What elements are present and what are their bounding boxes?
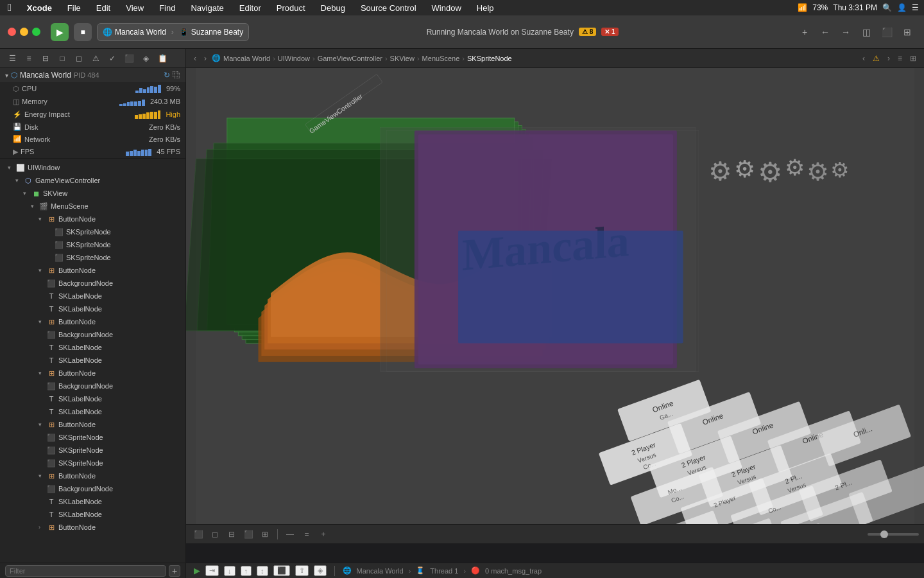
- debug-share[interactable]: ⇧: [295, 565, 309, 576]
- canvas-zoom-out[interactable]: —: [283, 527, 297, 541]
- menubar-navigate[interactable]: Navigate: [188, 2, 226, 14]
- nav-debug-button[interactable]: ⬛: [122, 51, 136, 66]
- menubar-editor[interactable]: Editor: [237, 2, 264, 14]
- tree-item-buttonnode-2[interactable]: ⊞ ButtonNode: [0, 264, 185, 277]
- nav-library-button[interactable]: ⊟: [38, 51, 53, 66]
- tree-item-sklabel-5[interactable]: T SKLabelNode: [0, 392, 185, 405]
- tree-item-sklabel-2[interactable]: T SKLabelNode: [0, 302, 185, 315]
- breadcrumb-grid-view[interactable]: ⊞: [907, 53, 919, 64]
- debug-continue[interactable]: ↕: [257, 566, 268, 576]
- debug-step-over[interactable]: ⇥: [205, 565, 219, 576]
- breadcrumb-forward[interactable]: ›: [201, 53, 209, 64]
- breadcrumb-back[interactable]: ‹: [191, 53, 199, 64]
- tree-item-bgnode-2[interactable]: ⬛ BackgroundNode: [0, 328, 185, 341]
- breadcrumb-gameviewcontroller[interactable]: GameViewController: [318, 55, 382, 62]
- canvas-area[interactable]: Mancala GameViewController ⚙ ⚙ ⚙ ⚙ ⚙ ⚙: [186, 68, 924, 543]
- tree-item-buttonnode-1[interactable]: ⊞ ButtonNode: [0, 213, 185, 225]
- tree-item-gameviewcontroller[interactable]: ⬡ GameViewController: [0, 174, 185, 187]
- nav-tests-button[interactable]: ✓: [105, 51, 119, 66]
- disk-metric-row[interactable]: 💾 Disk Zero KB/s: [0, 121, 185, 133]
- tree-item-sksprite-6[interactable]: ⬛ SKSpriteNode: [0, 457, 185, 469]
- tree-item-bgnode-1[interactable]: ⬛ BackgroundNode: [0, 277, 185, 290]
- canvas-zoom-in[interactable]: +: [316, 527, 330, 541]
- filter-add-button[interactable]: +: [169, 565, 180, 577]
- network-metric-row[interactable]: 📶 Network Zero KB/s: [0, 133, 185, 145]
- search-icon[interactable]: 🔍: [882, 3, 892, 12]
- fps-metric-row[interactable]: ▶ FPS 45 FPS: [0, 145, 185, 158]
- tree-item-sksprite-1[interactable]: ⬛ SKSpriteNode: [0, 225, 185, 238]
- tree-item-bgnode-4[interactable]: ⬛ BackgroundNode: [0, 482, 185, 495]
- tree-item-sksprite-4[interactable]: ⬛ SKSpriteNode: [0, 431, 185, 444]
- tree-item-sksprite-5[interactable]: ⬛ SKSpriteNode: [0, 444, 185, 457]
- zoom-slider[interactable]: [868, 533, 919, 536]
- layout-button[interactable]: ⊞: [898, 23, 916, 41]
- nav-search-button[interactable]: ◻: [72, 51, 86, 66]
- debug-step-out[interactable]: ↑: [241, 566, 252, 576]
- menubar-file[interactable]: File: [65, 2, 83, 14]
- breadcrumb-collapse[interactable]: ‹: [860, 53, 868, 64]
- minimize-button[interactable]: [20, 28, 28, 36]
- fullscreen-button[interactable]: [32, 28, 40, 36]
- scheme-selector[interactable]: 🌐 Mancala World › 📱 Suzanne Beaty: [97, 23, 249, 41]
- split-right-button[interactable]: ⬛: [878, 23, 896, 41]
- close-button[interactable]: [8, 28, 16, 36]
- breadcrumb-list-view[interactable]: ≡: [895, 53, 905, 64]
- breadcrumb-skspritenode[interactable]: SKSpriteNode: [467, 55, 512, 62]
- menubar-help[interactable]: Help: [474, 2, 497, 14]
- tree-item-buttonnode-7[interactable]: ⊞ ButtonNode: [0, 521, 185, 534]
- debug-step-into[interactable]: ↓: [224, 566, 235, 576]
- nav-reports-button[interactable]: 📋: [155, 51, 169, 66]
- nav-bookmarks-button[interactable]: □: [55, 51, 69, 66]
- split-left-button[interactable]: ◫: [857, 23, 875, 41]
- memory-metric-row[interactable]: ◫ Memory 240.3 MB: [0, 95, 185, 108]
- canvas-view-btn-5[interactable]: ⊞: [258, 527, 272, 541]
- tree-item-buttonnode-6[interactable]: ⊞ ButtonNode: [0, 469, 185, 482]
- tree-item-sklabel-8[interactable]: T SKLabelNode: [0, 508, 185, 521]
- tree-item-buttonnode-4[interactable]: ⊞ ButtonNode: [0, 367, 185, 380]
- forward-button[interactable]: →: [837, 23, 855, 41]
- breadcrumb-menuscene[interactable]: MenuScene: [422, 55, 460, 62]
- tree-item-sklabel-6[interactable]: T SKLabelNode: [0, 405, 185, 418]
- debug-run-icon[interactable]: ▶: [194, 566, 200, 575]
- menu-icon[interactable]: ☰: [912, 3, 919, 12]
- process-header[interactable]: ▾ ⬡ Mancala World PID 484 ↻ ⿻: [0, 68, 185, 82]
- menubar-product[interactable]: Product: [274, 2, 308, 14]
- tree-item-uiwindow[interactable]: ⬜ UIWindow: [0, 161, 185, 174]
- tree-item-sklabel-1[interactable]: T SKLabelNode: [0, 290, 185, 302]
- menubar-debug[interactable]: Debug: [318, 2, 348, 14]
- apple-menu[interactable]: : [5, 1, 14, 15]
- menubar-edit[interactable]: Edit: [94, 2, 113, 14]
- tree-item-sklabel-3[interactable]: T SKLabelNode: [0, 341, 185, 354]
- debug-memory[interactable]: ◈: [314, 565, 327, 576]
- menubar-view[interactable]: View: [123, 2, 146, 14]
- tree-item-buttonnode-3[interactable]: ⊞ ButtonNode: [0, 315, 185, 328]
- nav-hierarchy-button[interactable]: ☰: [5, 51, 19, 66]
- tree-item-sklabel-7[interactable]: T SKLabelNode: [0, 495, 185, 508]
- canvas-zoom-reset[interactable]: =: [300, 527, 314, 541]
- breadcrumb-expand-all[interactable]: ›: [885, 53, 893, 64]
- breadcrumb-skview[interactable]: SKView: [390, 55, 415, 62]
- menubar-window[interactable]: Window: [429, 2, 464, 14]
- menubar-find[interactable]: Find: [157, 2, 178, 14]
- tree-item-bgnode-3[interactable]: ⬛ BackgroundNode: [0, 380, 185, 392]
- tree-item-skview[interactable]: ◼ SKView: [0, 187, 185, 200]
- run-button[interactable]: ▶: [51, 23, 69, 41]
- canvas-view-btn-2[interactable]: ◻: [208, 527, 222, 541]
- menubar-xcode[interactable]: Xcode: [24, 2, 55, 14]
- breadcrumb-uiwindow[interactable]: UIWindow: [278, 55, 310, 62]
- add-button[interactable]: +: [796, 23, 814, 41]
- tree-item-sksprite-3[interactable]: ⬛ SKSpriteNode: [0, 251, 185, 264]
- nav-breakpoints-button[interactable]: ◈: [139, 51, 153, 66]
- back-button[interactable]: ←: [816, 23, 834, 41]
- canvas-view-btn-4[interactable]: ⬛: [241, 527, 255, 541]
- tree-item-sklabel-4[interactable]: T SKLabelNode: [0, 354, 185, 367]
- tree-item-buttonnode-5[interactable]: ⊞ ButtonNode: [0, 418, 185, 431]
- tree-item-menuscene[interactable]: 🎬 MenuScene: [0, 200, 185, 213]
- menubar-source-control[interactable]: Source Control: [358, 2, 419, 14]
- nav-issues-button[interactable]: ⚠: [89, 51, 103, 66]
- debug-breakpoints[interactable]: ⬛: [273, 565, 290, 576]
- tree-item-sksprite-2[interactable]: ⬛ SKSpriteNode: [0, 238, 185, 251]
- stop-button[interactable]: ■: [74, 23, 92, 41]
- cpu-metric-row[interactable]: ⬡ CPU 99%: [0, 82, 185, 95]
- warning-badge[interactable]: ⚠ 8: [579, 28, 596, 36]
